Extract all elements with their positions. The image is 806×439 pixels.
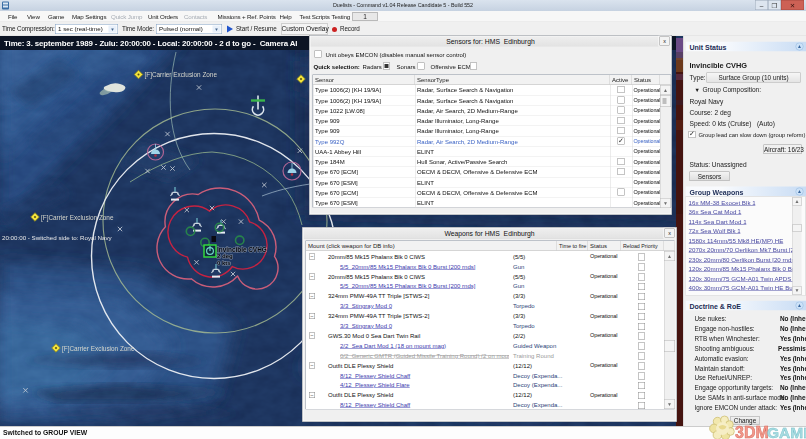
svg-text:GAME: GAME (767, 424, 806, 439)
svg-text:3DM: 3DM (735, 424, 769, 439)
svg-text:[F]Carrier Exclusion Zone: [F]Carrier Exclusion Zone (145, 71, 218, 79)
svg-text:20:00:00 - Switched side to: R: 20:00:00 - Switched side to: Royal Navy (2, 234, 113, 241)
svg-text:[F]Carrier Exclusion Zone: [F]Carrier Exclusion Zone (41, 214, 114, 222)
svg-text:[F]Carrier Exclusion Zone: [F]Carrier Exclusion Zone (62, 345, 135, 353)
svg-text:2 deg: 2 deg (217, 253, 233, 259)
svg-text:0 kts: 0 kts (217, 260, 231, 266)
svg-text:Invincible CVHG: Invincible CVHG (217, 246, 267, 253)
